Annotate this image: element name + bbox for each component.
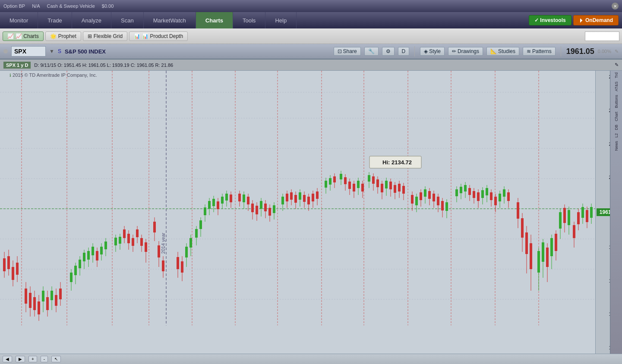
sidebar-l2[interactable]: L2 bbox=[614, 132, 619, 139]
svg-rect-67 bbox=[104, 242, 107, 249]
drawings-label: Drawings bbox=[458, 48, 479, 54]
svg-rect-65 bbox=[100, 247, 103, 254]
sidebar-trd[interactable]: Trd bbox=[614, 71, 619, 80]
svg-rect-39 bbox=[38, 301, 40, 314]
cursor-button[interactable]: ↖ bbox=[51, 356, 61, 362]
zoom-in-button[interactable]: + bbox=[28, 356, 37, 362]
svg-rect-213 bbox=[468, 188, 471, 195]
svg-rect-221 bbox=[486, 188, 488, 195]
svg-rect-207 bbox=[455, 189, 458, 196]
sidebar-news[interactable]: News bbox=[614, 139, 619, 153]
sidebar-db[interactable]: DB bbox=[614, 123, 619, 132]
settings-button[interactable]: ⚙ bbox=[382, 47, 395, 56]
chart-main[interactable]: ℹ 2015 © TD Ameritrade IP Company, Inc. bbox=[0, 71, 595, 354]
search-input[interactable] bbox=[585, 31, 619, 41]
svg-rect-87 bbox=[158, 245, 160, 257]
svg-rect-251 bbox=[559, 212, 562, 229]
share-button[interactable]: ⊡ Share bbox=[334, 47, 361, 56]
symbol-input[interactable] bbox=[11, 46, 46, 56]
svg-rect-119 bbox=[243, 195, 245, 202]
right-sidebar: Trd AT&S Buttons Chart DB L2 News bbox=[610, 71, 622, 354]
edit-icon[interactable]: ✎ bbox=[615, 49, 619, 54]
price-change-group: 0.00% bbox=[598, 49, 611, 54]
patterns-label: Patterns bbox=[532, 48, 552, 54]
nav-tab-marketwatch[interactable]: MarketWatch bbox=[144, 12, 196, 28]
prophet-toolbar-btn[interactable]: 🌟 Prophet bbox=[45, 31, 81, 41]
svg-rect-247 bbox=[550, 238, 553, 256]
sidebar-chart[interactable]: Chart bbox=[614, 110, 619, 123]
svg-rect-115 bbox=[230, 195, 232, 202]
svg-rect-241 bbox=[537, 251, 540, 273]
nav-tab-analyze[interactable]: Analyze bbox=[72, 12, 111, 28]
flex-grid-toolbar-btn[interactable]: ⊞ Flexible Grid bbox=[83, 31, 127, 41]
svg-rect-43 bbox=[46, 297, 49, 310]
product-depth-toolbar-btn[interactable]: 📊 📊 Product Depth bbox=[129, 31, 188, 41]
style-button[interactable]: ◈ Style bbox=[420, 47, 445, 56]
svg-rect-57 bbox=[83, 253, 85, 261]
charts-toolbar-btn[interactable]: 📈 📈 Charts bbox=[3, 31, 44, 41]
bottombar: ◀ ▶ + - ↖ bbox=[0, 354, 622, 364]
studies-label: Studies bbox=[498, 48, 515, 54]
studies-button[interactable]: 📐 Studies bbox=[486, 47, 519, 56]
svg-rect-257 bbox=[573, 225, 575, 238]
drawings-button[interactable]: ✏ Drawings bbox=[448, 47, 483, 56]
d-button[interactable]: D bbox=[398, 47, 410, 56]
nav-tab-help[interactable]: Help bbox=[265, 12, 297, 28]
svg-rect-121 bbox=[247, 197, 249, 204]
nav-tab-monitor[interactable]: Monitor bbox=[0, 12, 38, 28]
nav-tab-scan[interactable]: Scan bbox=[111, 12, 144, 28]
svg-rect-137 bbox=[286, 194, 288, 201]
wrench-button[interactable]: 🔧 bbox=[364, 47, 379, 56]
prophet-label: Prophet bbox=[58, 33, 76, 39]
svg-rect-203 bbox=[441, 201, 444, 210]
svg-rect-195 bbox=[424, 189, 426, 197]
svg-rect-157 bbox=[333, 176, 336, 182]
title-info: Option BP N/A Cash & Sweep Vehicle $0.00 bbox=[3, 3, 114, 9]
svg-rect-37 bbox=[33, 297, 36, 310]
investools-button[interactable]: ✓ Investools bbox=[529, 15, 571, 25]
svg-rect-249 bbox=[555, 234, 557, 251]
nav-tab-charts[interactable]: Charts bbox=[196, 12, 233, 28]
svg-rect-133 bbox=[273, 205, 275, 213]
svg-rect-131 bbox=[268, 208, 271, 216]
patterns-button[interactable]: ≋ Patterns bbox=[523, 47, 556, 56]
nav-tab-tools[interactable]: Tools bbox=[233, 12, 265, 28]
zoom-out-button[interactable]: - bbox=[41, 356, 48, 362]
svg-rect-153 bbox=[325, 181, 327, 188]
svg-rect-41 bbox=[42, 291, 44, 301]
svg-rect-139 bbox=[290, 192, 293, 200]
svg-rect-107 bbox=[212, 199, 215, 206]
ohlc-date: D: 9/11/15 bbox=[34, 63, 56, 68]
current-price: 1961.05 bbox=[566, 47, 594, 56]
dropdown-icon[interactable]: ▼ bbox=[49, 48, 54, 54]
titlebar: Option BP N/A Cash & Sweep Vehicle $0.00… bbox=[0, 0, 622, 12]
chart-svg[interactable]: Hi: 2134.72 Lo: 1820.66 2014 year 9/19/1… bbox=[0, 71, 595, 354]
svg-rect-211 bbox=[464, 185, 467, 191]
ohlc-edit-icon[interactable]: ✎ bbox=[615, 62, 619, 68]
style-icon: ◈ bbox=[424, 48, 428, 54]
nav-next-button[interactable]: ▶ bbox=[16, 356, 25, 362]
symbolbar-right-tools: ⊡ Share 🔧 ⚙ D ◈ Style ✏ Drawings 📐 Studi… bbox=[334, 46, 619, 56]
nav-tab-trade[interactable]: Trade bbox=[38, 12, 72, 28]
copyright-text: ℹ 2015 © TD Ameritrade IP Company, Inc. bbox=[9, 72, 97, 78]
svg-text:2014 year: 2014 year bbox=[161, 232, 166, 254]
svg-rect-235 bbox=[521, 218, 524, 238]
separator bbox=[414, 46, 415, 56]
symbol-indicator bbox=[3, 49, 8, 53]
svg-rect-237 bbox=[525, 232, 528, 254]
chart-area: ℹ 2015 © TD Ameritrade IP Company, Inc. bbox=[0, 71, 622, 354]
nav-prev-button[interactable]: ◀ bbox=[3, 356, 12, 362]
sidebar-ats[interactable]: AT&S bbox=[614, 80, 619, 93]
svg-rect-91 bbox=[177, 257, 179, 269]
svg-rect-185 bbox=[398, 184, 401, 191]
svg-rect-233 bbox=[517, 202, 519, 219]
svg-rect-75 bbox=[127, 234, 130, 243]
svg-rect-55 bbox=[79, 260, 81, 268]
studies-icon: 📐 bbox=[490, 48, 497, 54]
close-button[interactable]: ✕ bbox=[612, 3, 619, 9]
svg-rect-169 bbox=[361, 184, 364, 191]
sidebar-buttons[interactable]: Buttons bbox=[614, 93, 619, 110]
product-depth-icon: 📊 bbox=[134, 33, 140, 39]
ondemand-button[interactable]: ⏵ OnDemand bbox=[573, 15, 619, 25]
svg-rect-125 bbox=[256, 206, 258, 214]
